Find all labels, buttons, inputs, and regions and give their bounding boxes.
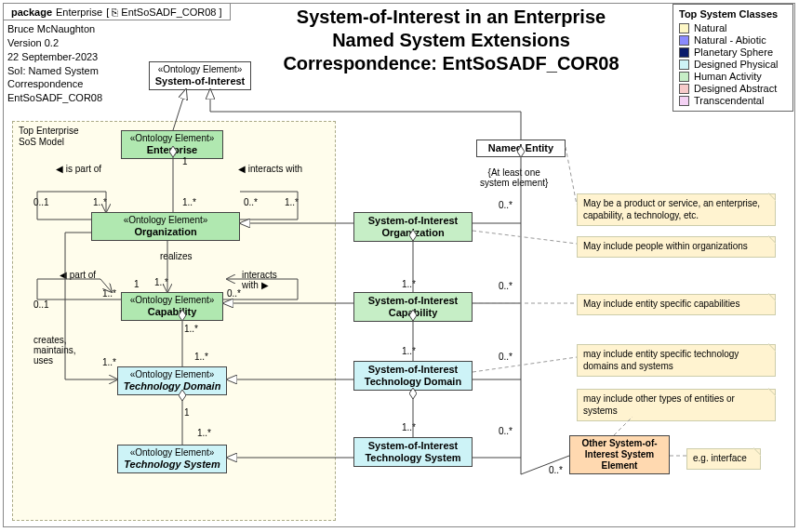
mult: 1..* bbox=[402, 346, 416, 356]
node-capability: «Ontology Element» Capability bbox=[121, 292, 223, 321]
note-people: May include people within organizations bbox=[577, 236, 776, 258]
mult: 0..1 bbox=[33, 299, 49, 310]
node-organization: «Ontology Element» Organization bbox=[91, 212, 240, 241]
legend-item: Human Activity bbox=[679, 71, 787, 82]
note-product: May be a product or service, an enterpri… bbox=[577, 193, 776, 226]
mult: 0..* bbox=[499, 352, 513, 362]
mult: 0..* bbox=[244, 197, 258, 207]
node-soi-tech-system: System-of-Interest Technology System bbox=[353, 437, 473, 467]
mult: 1..* bbox=[154, 277, 168, 287]
legend-item: Natural bbox=[679, 22, 787, 33]
node-enterprise: «Ontology Element» Enterprise bbox=[121, 130, 223, 159]
mult: 0..* bbox=[499, 200, 513, 210]
node-named-entity: Named Entity bbox=[476, 140, 566, 157]
node-tech-system: «Ontology Element» Technology System bbox=[117, 445, 227, 473]
mult: 1..* bbox=[402, 279, 416, 289]
node-other-soi-element: Other System-of-Interest System Element bbox=[569, 435, 670, 474]
group-label: Top Enterprise SoS Model bbox=[19, 126, 78, 148]
mult: 1..* bbox=[182, 197, 196, 207]
mult: 1..* bbox=[184, 324, 198, 334]
note-other: may include other types of entities or s… bbox=[577, 389, 776, 421]
legend-item: Transcendental bbox=[679, 95, 787, 106]
label-interacts-with: ◀ interacts with bbox=[238, 164, 302, 174]
mult: 0..1 bbox=[33, 197, 49, 207]
mult: 0..* bbox=[549, 465, 563, 475]
constraint-atleast: {At least one system element} bbox=[480, 167, 548, 188]
node-tech-domain: «Ontology Element» Technology Domain bbox=[117, 366, 227, 395]
mult: 1..* bbox=[285, 197, 299, 207]
mult: 1..* bbox=[197, 428, 211, 438]
mult: 1 bbox=[182, 156, 188, 166]
legend-item: Designed Physical bbox=[679, 59, 787, 70]
swatch-icon bbox=[679, 35, 689, 46]
label-part-of: ◀ part of bbox=[60, 270, 96, 280]
mult: 1..* bbox=[102, 357, 116, 367]
node-soi-capability: System-of-Interest Capability bbox=[353, 292, 473, 322]
meta-corrid: EntSoSADF_COR08 bbox=[7, 91, 102, 105]
package-keyword: package bbox=[11, 7, 52, 18]
mult: 1 bbox=[184, 407, 190, 418]
mult: 1 bbox=[134, 279, 140, 289]
package-icon: [ ⎘ EntSoSADF_COR08 ] bbox=[106, 7, 221, 18]
diagram-title: System-of-Interest in an Enterprise Name… bbox=[233, 6, 670, 75]
legend-title: Top System Classes bbox=[679, 8, 787, 20]
mult: 1..* bbox=[93, 197, 107, 207]
legend-item: Natural - Abiotic bbox=[679, 34, 787, 46]
label-creates: creates, maintains, uses bbox=[33, 335, 89, 366]
note-tech: may include entity specific technology d… bbox=[577, 344, 776, 377]
meta-sol: SoI: Named System bbox=[7, 64, 102, 78]
meta-block: Bruce McNaughton Version 0.2 22 Septembe… bbox=[7, 22, 102, 105]
swatch-icon bbox=[679, 23, 689, 33]
mult: 1..* bbox=[402, 422, 416, 432]
mult: 1..* bbox=[102, 288, 116, 299]
mult: 0..* bbox=[499, 281, 513, 291]
legend-item: Designed Abstract bbox=[679, 83, 787, 94]
note-capabilities: May include entity specific capabilities bbox=[577, 294, 776, 315]
label-interacts-with-2: interacts with ▶ bbox=[242, 270, 288, 290]
label-realizes: realizes bbox=[160, 251, 192, 261]
node-soi-organization: System-of-Interest Organization bbox=[353, 212, 473, 242]
meta-author: Bruce McNaughton bbox=[7, 22, 102, 36]
mult: 1..* bbox=[194, 352, 208, 362]
meta-corr: Correspondence bbox=[7, 77, 102, 91]
swatch-icon bbox=[679, 47, 689, 58]
swatch-icon bbox=[679, 84, 689, 94]
mult: 0..* bbox=[227, 288, 241, 299]
swatch-icon bbox=[679, 96, 689, 106]
label-is-part-of: ◀ is part of bbox=[56, 164, 101, 174]
node-system-of-interest: «Ontology Element» System-of-Interest bbox=[149, 61, 251, 90]
package-name: Enterprise bbox=[56, 7, 102, 18]
node-soi-tech-domain: System-of-Interest Technology Domain bbox=[353, 361, 473, 391]
swatch-icon bbox=[679, 72, 689, 82]
note-interface: e.g. interface bbox=[686, 448, 761, 470]
mult: 0..* bbox=[499, 426, 513, 436]
legend: Top System Classes Natural Natural - Abi… bbox=[672, 4, 793, 112]
meta-version: Version 0.2 bbox=[7, 36, 102, 50]
swatch-icon bbox=[679, 60, 689, 70]
package-tab: package Enterprise [ ⎘ EntSoSADF_COR08 ] bbox=[4, 4, 231, 20]
meta-date: 22 September-2023 bbox=[7, 50, 102, 64]
legend-item: Planetary Sphere bbox=[679, 47, 787, 58]
